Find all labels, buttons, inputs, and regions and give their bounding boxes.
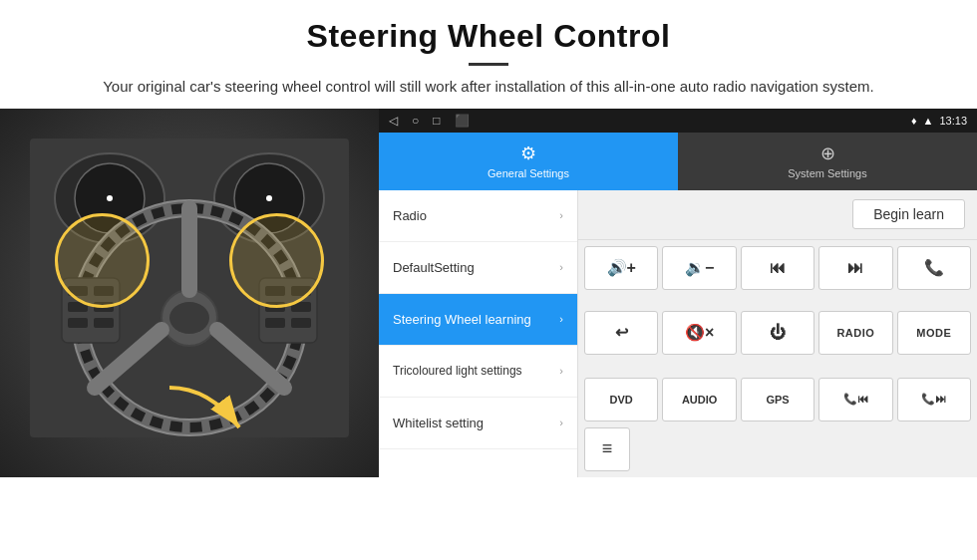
vol-down-button[interactable]: 🔉−: [662, 246, 736, 290]
dvd-label: DVD: [610, 394, 633, 406]
bottom-row: DVD AUDIO GPS 📞⏮ 📞⏭: [578, 378, 977, 427]
location-icon: ♦: [911, 115, 917, 127]
power-button[interactable]: ⏻: [741, 311, 814, 355]
radio-label: RADIO: [836, 327, 874, 339]
menu-item-radio-label: Radio: [393, 208, 427, 223]
gps-label: GPS: [766, 394, 789, 406]
audio-button[interactable]: AUDIO: [662, 378, 736, 421]
chevron-icon: ›: [559, 261, 563, 273]
arrow-indicator: [160, 378, 259, 447]
hang-up-button[interactable]: ↩: [584, 311, 658, 355]
tel-next-icon: 📞⏭: [921, 393, 946, 406]
top-tabs: ⚙ General Settings ⊕ System Settings: [379, 133, 977, 190]
chevron-icon-active: ›: [559, 313, 563, 325]
svg-rect-28: [291, 318, 311, 328]
phone-icon: 📞: [924, 258, 944, 277]
button-grid: 🔊+ 🔉− ⏮ ⏭ 📞: [578, 240, 977, 378]
menu-item-radio[interactable]: Radio ›: [379, 190, 577, 242]
menu-item-tricoloured-label: Tricoloured light settings: [393, 364, 522, 378]
menu-item-default[interactable]: DefaultSetting ›: [379, 242, 577, 294]
nav-icons: ◁ ○ □ ⬛: [389, 114, 470, 128]
title-divider: [469, 63, 508, 66]
tab-system-label: System Settings: [788, 167, 866, 179]
chevron-icon: ›: [559, 365, 563, 377]
general-settings-icon: ⚙: [520, 142, 536, 164]
tab-general-settings[interactable]: ⚙ General Settings: [379, 133, 678, 190]
dvd-button[interactable]: DVD: [584, 378, 658, 421]
android-ui: ◁ ○ □ ⬛ ♦ ▲ 13:13 ⚙ General Settings: [379, 109, 977, 477]
svg-point-5: [107, 195, 113, 201]
special-icon: ≡: [602, 438, 613, 459]
back-nav-icon[interactable]: ◁: [389, 114, 398, 128]
gps-button[interactable]: GPS: [741, 378, 814, 421]
highlight-circle-right: [229, 213, 324, 308]
home-nav-icon[interactable]: ○: [412, 114, 419, 128]
menu-item-default-label: DefaultSetting: [393, 260, 475, 275]
menu-item-steering-label: Steering Wheel learning: [393, 312, 531, 327]
vol-down-icon: 🔉−: [685, 258, 714, 277]
tel-prev-icon: 📞⏮: [843, 393, 868, 406]
power-icon: ⏻: [770, 324, 786, 342]
special-row: ≡: [578, 427, 977, 477]
system-settings-icon: ⊕: [820, 142, 835, 164]
radio-button[interactable]: RADIO: [818, 311, 892, 355]
mode-label: MODE: [916, 327, 951, 339]
chevron-icon: ›: [559, 417, 563, 428]
hang-up-icon: ↩: [615, 323, 628, 342]
menu-item-tricoloured[interactable]: Tricoloured light settings ›: [379, 346, 577, 398]
status-bar-right: ♦ ▲ 13:13: [911, 115, 967, 127]
highlight-circle-left: [55, 213, 150, 308]
chevron-icon: ›: [559, 209, 563, 221]
svg-rect-20: [68, 318, 88, 328]
recents-nav-icon[interactable]: □: [433, 114, 440, 128]
svg-rect-21: [94, 318, 114, 328]
car-image-area: [0, 109, 379, 477]
page-container: Steering Wheel Control Your original car…: [0, 0, 977, 477]
special-button[interactable]: ≡: [584, 427, 630, 471]
content-area: Radio › DefaultSetting › Steering Wheel …: [379, 190, 977, 477]
mode-button[interactable]: MODE: [897, 311, 971, 355]
header-description: Your original car's steering wheel contr…: [40, 76, 937, 99]
menu-nav-icon[interactable]: ⬛: [455, 114, 470, 128]
left-menu: Radio › DefaultSetting › Steering Wheel …: [379, 190, 578, 477]
tab-system-settings[interactable]: ⊕ System Settings: [678, 133, 977, 190]
main-content: ◁ ○ □ ⬛ ♦ ▲ 13:13 ⚙ General Settings: [0, 109, 977, 477]
vol-up-button[interactable]: 🔊+: [584, 246, 658, 290]
tel-next-button[interactable]: 📞⏭: [897, 378, 971, 421]
prev-track-button[interactable]: ⏮: [741, 246, 814, 290]
next-track-button[interactable]: ⏭: [818, 246, 892, 290]
header-section: Steering Wheel Control Your original car…: [0, 0, 977, 109]
mute-icon: 🔇×: [685, 323, 714, 342]
menu-item-whitelist[interactable]: Whitelist setting ›: [379, 398, 577, 449]
begin-learn-row: Begin learn: [578, 190, 977, 240]
prev-track-icon: ⏮: [770, 259, 786, 277]
audio-label: AUDIO: [682, 394, 717, 406]
mute-button[interactable]: 🔇×: [662, 311, 736, 355]
menu-item-steering[interactable]: Steering Wheel learning ›: [379, 294, 577, 346]
begin-learn-button[interactable]: Begin learn: [852, 199, 965, 229]
phone-button[interactable]: 📞: [897, 246, 971, 290]
vol-up-icon: 🔊+: [607, 258, 636, 277]
menu-item-whitelist-label: Whitelist setting: [393, 416, 484, 430]
page-title: Steering Wheel Control: [40, 18, 937, 55]
status-bar: ◁ ○ □ ⬛ ♦ ▲ 13:13: [379, 109, 977, 133]
status-time: 13:13: [939, 115, 967, 127]
svg-point-11: [169, 302, 209, 334]
car-background: [0, 109, 379, 477]
svg-point-6: [266, 195, 272, 201]
next-track-icon: ⏭: [847, 259, 863, 277]
svg-rect-27: [265, 318, 285, 328]
right-panel: Begin learn 🔊+ 🔉− ⏮: [578, 190, 977, 477]
tel-prev-button[interactable]: 📞⏮: [818, 378, 892, 421]
signal-icon: ▲: [923, 115, 934, 127]
tab-general-label: General Settings: [488, 167, 569, 179]
